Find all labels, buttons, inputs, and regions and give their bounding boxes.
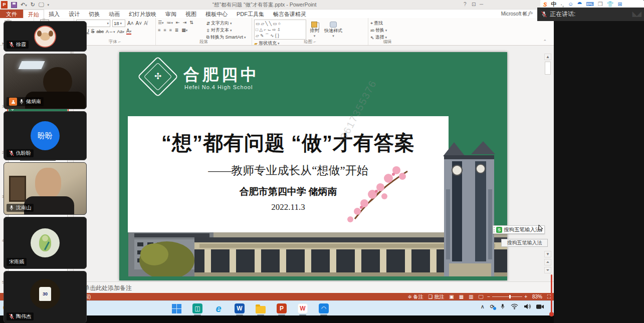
sync-icon[interactable]: ⟳ <box>490 303 495 310</box>
ribbon-display-button[interactable]: ⊡ <box>472 2 476 7</box>
jersey-number: 30 <box>43 291 48 296</box>
shrink-font-button[interactable]: A˅ <box>136 21 142 26</box>
participant-tile-shennanshan[interactable]: 沈南山 <box>4 162 87 215</box>
tab-insert[interactable]: 插入 <box>44 10 64 18</box>
view-normal-button[interactable]: ▣ <box>449 294 454 299</box>
group-paragraph: ☰▾ ≔▾ ⇤ ⇥ ⇅ ≡ ≡ ≡ ≣ ▦▾ ⇵文字方向▾ <box>156 18 252 45</box>
replace-button[interactable]: ab替换▾ <box>370 27 387 34</box>
zoom-out-button[interactable]: − <box>487 294 490 299</box>
sogou-logo-icon[interactable]: S <box>543 2 547 8</box>
align-right-button[interactable]: ≡ <box>169 28 172 33</box>
minimize-button[interactable]: ─ <box>480 2 483 7</box>
previous-slide-button[interactable]: ⏶ <box>544 259 551 265</box>
taskbar-app-icon-2[interactable]: ◫ <box>191 302 203 314</box>
change-case-button[interactable]: Aa▾ <box>117 29 125 34</box>
tab-slideshow[interactable]: 幻灯片放映 <box>124 10 161 18</box>
participant-tile-chubingnan[interactable]: 储炳南 <box>4 54 87 109</box>
undo-button[interactable]: ↶▾ <box>21 2 27 8</box>
scroll-down-button[interactable]: ▼ <box>544 251 551 257</box>
participant-tile-qiupanpan[interactable]: 盼盼 仇盼盼 <box>4 111 87 160</box>
zoom-in-button[interactable]: + <box>524 294 527 299</box>
meeting-app-icon[interactable]: ◠ <box>318 302 330 314</box>
tab-file[interactable]: 文件 <box>0 10 23 18</box>
tab-transitions[interactable]: 切换 <box>84 10 104 18</box>
arrange-button[interactable]: 排列▾ <box>308 20 320 40</box>
tab-animations[interactable]: 动画 <box>104 10 124 18</box>
numbering-button[interactable]: ≔▾ <box>167 20 173 25</box>
save-button[interactable] <box>11 2 17 8</box>
font-size-combobox[interactable]: 18▾ <box>112 20 125 27</box>
tab-view[interactable]: 视图 <box>181 10 201 18</box>
view-slideshow-button[interactable]: 🖵 <box>479 294 484 300</box>
taskbar-app-icons: ◫ e W P W ◠ <box>170 302 330 314</box>
decrease-indent-button[interactable]: ⇤ <box>176 20 180 25</box>
redo-button[interactable]: ↻ <box>31 2 35 8</box>
ime-punctuation-icon[interactable]: ·, <box>560 2 564 8</box>
next-slide-button[interactable]: ⏷ <box>544 267 551 273</box>
help-button[interactable]: ? <box>464 2 467 7</box>
zoom-level[interactable]: 83% <box>532 294 542 299</box>
avatar-basketball-player: 30 <box>30 279 60 309</box>
screen-bottom-strip <box>0 315 644 323</box>
collapse-ribbon-button[interactable]: ⌃ <box>543 39 547 44</box>
view-sorter-button[interactable]: ▦ <box>459 294 464 299</box>
sogou-ime-statusbar[interactable]: S 搜狗五笔输入法 <box>493 225 545 234</box>
scroll-up-button[interactable]: ▲ <box>544 54 551 60</box>
justify-button[interactable]: ≣ <box>175 28 179 33</box>
find-icon: ⌖ <box>370 21 373 26</box>
align-left-button[interactable]: ≡ <box>158 28 160 33</box>
slide-canvas[interactable]: ✣ 合肥四中 Hefei No.4 High School <box>119 52 507 280</box>
scrollbar-thumb[interactable] <box>545 62 551 75</box>
tab-design[interactable]: 设计 <box>64 10 84 18</box>
tab-review[interactable]: 审阅 <box>161 10 181 18</box>
start-button[interactable] <box>170 302 182 314</box>
microsoft-account[interactable]: Microsoft 帐户 <box>501 11 533 18</box>
tab-home[interactable]: 开始 <box>23 10 44 18</box>
increase-indent-button[interactable]: ⇥ <box>183 20 187 25</box>
shadow-button[interactable]: S <box>91 29 95 34</box>
fit-to-window-button[interactable]: ⛶ <box>547 294 551 300</box>
zoom-slider[interactable]: − + <box>487 294 527 299</box>
columns-button[interactable]: ▦▾ <box>181 28 187 33</box>
align-text-button[interactable]: ⇳对齐文本▾ <box>206 27 246 34</box>
word-icon[interactable]: W <box>234 302 246 314</box>
line-spacing-button[interactable]: ⇅ <box>189 20 193 25</box>
internet-explorer-icon[interactable]: e <box>212 302 225 314</box>
participant-tile-taoweijie[interactable]: 30 陶伟杰 <box>4 271 87 323</box>
notes-pane[interactable]: ▾ 单击此处添加备注 <box>74 281 554 293</box>
clear-formatting-button[interactable]: A̸ <box>144 21 147 26</box>
tab-template-center[interactable]: 模板中心 <box>201 10 232 18</box>
view-reading-button[interactable]: ▥ <box>469 294 473 299</box>
find-button[interactable]: ⌖查找 <box>370 20 387 27</box>
wps-icon[interactable]: W <box>297 302 309 314</box>
ime-mode-chinese[interactable]: 中 <box>551 1 556 8</box>
powerpoint-taskbar-icon[interactable]: P <box>276 302 288 314</box>
sogou-ime-name: 搜狗五笔输入法 <box>504 226 541 233</box>
volume-icon[interactable] <box>524 303 531 309</box>
align-center-button[interactable]: ≡ <box>163 28 166 33</box>
screen: P ↶▾ ↻ 🖵 ▾ “想”都有问题 “做”才有答案.pptx - PowerP… <box>0 0 644 323</box>
shapes-gallery[interactable]: ▭ ▱ ╲ ╲ ▭ ○□ △ ⌐ ⌙ ⇨ ⇩▱ ✎ ⌒ ∿ { } <box>254 20 306 40</box>
wifi-icon[interactable] <box>511 303 518 309</box>
tray-expand-icon[interactable]: ∧ <box>481 303 485 310</box>
bullets-button[interactable]: ☰▾ <box>158 20 164 25</box>
participant-tile-xuxia[interactable]: 徐霞 <box>4 21 87 52</box>
strikethrough-button[interactable]: abc <box>96 29 104 34</box>
camera-icon[interactable] <box>536 304 544 309</box>
char-spacing-button[interactable]: A⇔▾ <box>106 29 115 34</box>
tab-changyan[interactable]: 畅言备课精灵 <box>269 10 311 18</box>
tab-pdf-tools[interactable]: PDF工具集 <box>232 10 269 18</box>
notes-toggle-button[interactable]: ≑ 备注 <box>407 293 423 300</box>
participant-tile-songyuyan[interactable]: 宋雨嫣 <box>4 217 87 269</box>
quick-styles-button[interactable]: 快速样式▾ <box>323 20 344 40</box>
font-color-button[interactable]: A▾ <box>126 28 131 35</box>
start-slideshow-button[interactable]: 🖵 <box>39 2 44 8</box>
text-direction-button[interactable]: ⇵文字方向▾ <box>206 20 246 27</box>
grow-font-button[interactable]: A˄ <box>127 21 134 26</box>
qat-customize-button[interactable]: ▾ <box>48 3 50 7</box>
ime-clipboard-icon[interactable]: ❐ <box>598 1 603 8</box>
file-explorer-icon[interactable] <box>255 302 267 314</box>
comments-toggle-button[interactable]: ❑ 批注 <box>428 293 445 300</box>
notes-placeholder[interactable]: 单击此处添加备注 <box>84 284 132 292</box>
tray-mic-icon[interactable] <box>500 303 505 310</box>
